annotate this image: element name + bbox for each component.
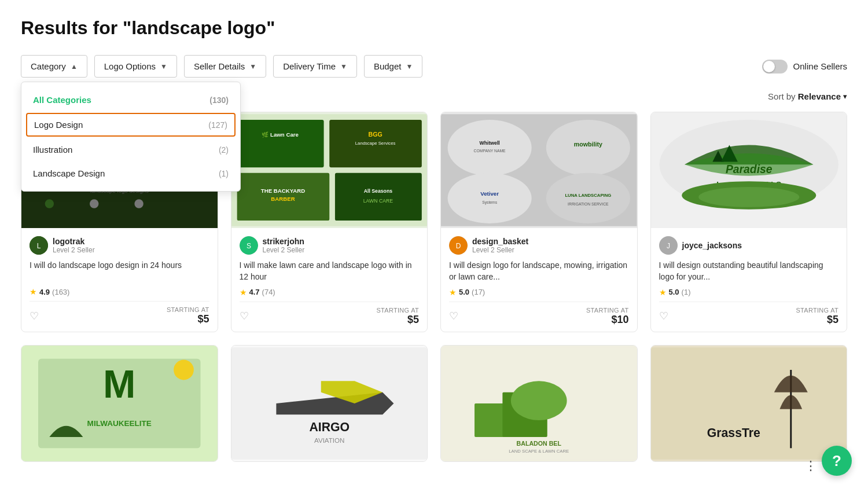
online-sellers-wrap: Online Sellers <box>762 60 847 74</box>
rating-row-1: ★ 4.9 (163) <box>30 287 209 296</box>
seller-name-2: strikerjohn <box>263 237 305 246</box>
card-3: Whitwell COMPANY NAME mowbility Vetiver … <box>440 112 638 332</box>
online-sellers-toggle[interactable] <box>762 60 788 74</box>
seller-info-2: strikerjohn Level 2 Seller <box>263 237 305 254</box>
seller-level-1: Level 2 Seller <box>53 246 95 254</box>
all-categories-label: All Categories <box>33 95 91 105</box>
delivery-time-chevron-icon: ▼ <box>340 63 347 71</box>
logo-options-label: Logo Options <box>104 61 156 71</box>
budget-chevron-icon: ▼ <box>406 63 413 71</box>
seller-level-2: Level 2 Seller <box>263 246 305 254</box>
price-4: $5 <box>796 314 838 326</box>
rating-count-3: (17) <box>472 288 485 296</box>
card-footer-1: ♡ STARTING AT $5 <box>30 301 209 325</box>
seller-row-1: L logotrak Level 2 Seller <box>30 236 209 255</box>
svg-rect-65 <box>651 347 847 459</box>
logo-options-chevron-icon: ▼ <box>160 63 167 71</box>
rating-count-1: (163) <box>52 288 69 296</box>
help-button[interactable]: ? <box>822 446 852 476</box>
help-icon: ? <box>832 453 841 468</box>
svg-text:All Seasons: All Seasons <box>363 188 392 194</box>
seller-name-4: joyce_jacksons <box>682 241 742 250</box>
card-title-2: I will make lawn care and landscape logo… <box>240 259 420 283</box>
svg-text:S: S <box>246 242 251 250</box>
delivery-time-label: Delivery Time <box>283 61 336 71</box>
svg-text:COMPANY NAME: COMPANY NAME <box>474 149 506 153</box>
filter-bar: Category ▲ All Categories (130) Logo Des… <box>21 55 847 78</box>
favorite-button-2[interactable]: ♡ <box>240 310 249 322</box>
bottom-card-8-image: GrassTre <box>651 346 847 461</box>
card-4-image: Paradise Landscapes, LLC <box>651 112 847 228</box>
svg-text:GrassTre: GrassTre <box>707 426 760 440</box>
more-options-button[interactable]: ⋮ <box>804 458 817 473</box>
svg-text:M: M <box>103 362 135 406</box>
dropdown-item-logo-design[interactable]: Logo Design (127) <box>26 113 236 137</box>
svg-text:Paradise: Paradise <box>725 163 772 175</box>
seller-info-4: joyce_jacksons <box>682 241 742 250</box>
svg-point-55 <box>174 359 194 380</box>
seller-details-label: Seller Details <box>194 61 245 71</box>
svg-point-28 <box>448 120 532 176</box>
category-chevron-icon: ▲ <box>71 63 78 71</box>
category-label: Category <box>31 61 66 71</box>
landscape-design-label: Landscape Design <box>33 168 105 178</box>
starting-at-label-2: STARTING AT <box>376 307 419 314</box>
card-title-3: I will design logo for landscape, mowing… <box>449 259 629 283</box>
bottom-cards-row: M MILWAUKEELITE AIRGO <box>21 345 847 462</box>
star-icon-3: ★ <box>449 288 457 297</box>
svg-text:Landscape Services: Landscape Services <box>355 141 395 146</box>
card-1-body: L logotrak Level 2 Seller I will do land… <box>21 228 218 331</box>
rating-row-4: ★ 5.0 (1) <box>659 288 839 297</box>
card-footer-4: ♡ STARTING AT $5 <box>659 302 839 326</box>
all-categories-count: (130) <box>209 96 229 105</box>
avatar-4: J <box>659 236 678 255</box>
card-2-body: S strikerjohn Level 2 Seller I will make… <box>231 228 428 332</box>
logo-options-filter-button[interactable]: Logo Options ▼ <box>94 55 177 78</box>
budget-filter-button[interactable]: Budget ▼ <box>364 55 422 78</box>
seller-row-2: S strikerjohn Level 2 Seller <box>240 236 420 255</box>
price-2: $5 <box>376 314 419 326</box>
svg-point-8 <box>45 199 54 208</box>
bottom-card-8: GrassTre <box>650 345 848 462</box>
svg-text:D: D <box>456 242 461 250</box>
svg-point-48 <box>698 187 799 207</box>
price-wrap-1: STARTING AT $5 <box>167 306 209 325</box>
rating-count-2: (74) <box>262 288 275 296</box>
seller-details-filter-button[interactable]: Seller Details ▼ <box>184 55 266 78</box>
svg-point-62 <box>511 381 567 420</box>
star-icon-4: ★ <box>659 288 667 297</box>
rating-val-2: 4.7 <box>249 288 260 296</box>
rating-count-4: (1) <box>682 288 691 296</box>
svg-rect-14 <box>237 120 323 167</box>
rating-val-1: 4.9 <box>39 288 50 296</box>
price-3: $10 <box>586 314 629 326</box>
starting-at-label-3: STARTING AT <box>586 307 629 314</box>
dropdown-item-all[interactable]: All Categories (130) <box>21 88 240 112</box>
price-wrap-3: STARTING AT $10 <box>586 307 629 326</box>
price-1: $5 <box>167 313 209 325</box>
card-title-4: I will design outstanding beautiful land… <box>659 259 839 283</box>
card-3-body: D design_basket Level 2 Seller I will de… <box>441 228 637 332</box>
toggle-thumb <box>763 61 775 72</box>
favorite-button-1[interactable]: ♡ <box>30 310 39 322</box>
bottom-card-5: M MILWAUKEELITE <box>21 345 218 462</box>
dropdown-item-landscape-design[interactable]: Landscape Design (1) <box>21 161 240 185</box>
favorite-button-4[interactable]: ♡ <box>659 310 668 322</box>
seller-name-1: logotrak <box>53 237 95 246</box>
sort-value: Relevance <box>798 91 841 101</box>
online-sellers-label: Online Sellers <box>793 61 847 71</box>
delivery-time-filter-button[interactable]: Delivery Time ▼ <box>273 55 357 78</box>
favorite-button-3[interactable]: ♡ <box>449 310 458 322</box>
svg-text:Vetiver: Vetiver <box>480 190 499 197</box>
category-filter-button[interactable]: Category ▲ <box>21 55 87 78</box>
card-4: Paradise Landscapes, LLC J <box>650 112 848 332</box>
card-3-image: Whitwell COMPANY NAME mowbility Vetiver … <box>441 112 637 228</box>
bottom-card-5-image: M MILWAUKEELITE <box>21 346 218 461</box>
sort-label: Sort by Relevance <box>768 91 841 101</box>
dropdown-item-illustration[interactable]: Illustration (2) <box>21 138 240 161</box>
sort-chevron-icon[interactable]: ▾ <box>843 92 847 101</box>
svg-text:Systems: Systems <box>482 200 498 205</box>
svg-text:LUNA LANDSCAPING: LUNA LANDSCAPING <box>565 193 611 198</box>
logo-design-count: (127) <box>208 120 227 130</box>
avatar-3: D <box>449 236 468 255</box>
